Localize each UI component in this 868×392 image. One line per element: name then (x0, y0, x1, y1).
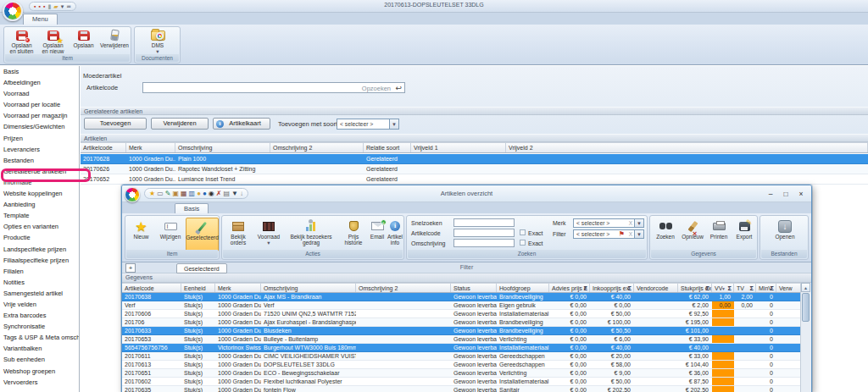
app-logo-orb-button[interactable] (3, 1, 23, 21)
table-cell[interactable]: € 202,50 (590, 386, 634, 392)
table-cell[interactable]: Brandbeveiliging (497, 318, 549, 326)
table-cell[interactable] (634, 301, 678, 309)
voorraad-button[interactable]: Voorraad ▾ (254, 218, 283, 251)
column-header[interactable]: Inkoopprijs exΣ (590, 284, 634, 292)
sidebar-item[interactable]: Variantbalken (0, 343, 79, 354)
table-cell[interactable]: Ajax Eurohaspel - Brandslanghaspel (261, 318, 356, 326)
table-cell[interactable]: 0 (756, 378, 776, 385)
sidebar-item[interactable]: Notities (0, 277, 79, 288)
chevron-down-icon[interactable]: ▼ (634, 230, 643, 238)
table-cell[interactable]: ECO - Bewegingsschakelaar (261, 369, 356, 377)
sidebar-item[interactable]: Webshop groepen (0, 366, 79, 377)
filter-select-combo[interactable]: < selecteer > ⚑ X ▼ (573, 229, 644, 239)
table-cell[interactable]: Ajax MS - Brandkraan (261, 293, 356, 301)
clear-filter-icon[interactable]: X (629, 231, 632, 237)
minimize-button[interactable]: – (764, 188, 777, 199)
table-cell[interactable] (634, 344, 678, 351)
sidebar-item[interactable]: Filiaalspecifieke prijzen (0, 255, 79, 266)
table-cell[interactable]: € 0,00 (549, 378, 590, 385)
table-cell[interactable]: € 50,00 (590, 378, 634, 385)
table-cell[interactable]: Victorinox Swiss.. (215, 344, 261, 351)
scrollbar-thumb[interactable] (802, 293, 810, 322)
table-row[interactable]: VerfStuk(s)1000 Graden Du..VerfGewoon le… (122, 301, 801, 310)
table-cell[interactable]: € 58,00 (590, 361, 634, 368)
table-cell[interactable]: Gerelateerd (364, 154, 411, 163)
column-header[interactable]: Omschrijving 2 (356, 284, 451, 292)
table-cell[interactable]: € 0,00 (549, 352, 590, 360)
table-cell[interactable]: Installatiemateriaal (497, 378, 549, 385)
table-row[interactable]: 20170611Stuk(s)1000 Graden Du..CIMC VEIL… (122, 352, 801, 361)
table-cell[interactable]: Stuk(s) (181, 361, 215, 368)
table-cell[interactable]: € 0,00 (590, 301, 634, 309)
maximize-button[interactable]: □ (779, 188, 793, 199)
table-cell[interactable] (712, 369, 734, 377)
table-cell[interactable]: CIMC VEILIGHEIDSHAMER VUIST.. (261, 352, 356, 360)
sum-sigma-icon[interactable]: Σ (749, 285, 754, 292)
scroll-up-icon[interactable]: ▲ (801, 283, 810, 292)
table-cell[interactable]: 1000 Graden Du.. (126, 154, 175, 163)
table-cell[interactable]: € 0,00 (549, 335, 590, 343)
table-cell[interactable] (356, 327, 451, 334)
table-cell[interactable]: Gewoon leverba.. (451, 293, 497, 301)
sidebar-item[interactable]: Afbeeldingen (0, 77, 79, 88)
table-cell[interactable]: Sanitair (497, 386, 549, 392)
clear-merk-icon[interactable]: X (629, 220, 632, 226)
sidebar-item[interactable]: Dimensies/Gewichten (0, 121, 79, 132)
table-cell[interactable]: Verf (261, 301, 356, 309)
table-cell[interactable] (356, 293, 451, 301)
table-cell[interactable] (634, 352, 678, 360)
table-row[interactable]: 20170653Stuk(s)1000 Graden Du..Bulleye -… (122, 335, 801, 344)
table-cell[interactable]: 1000 Graden Du.. (215, 378, 261, 385)
email-button[interactable]: + Email (368, 218, 387, 251)
popup-omschrijving-input[interactable] (453, 239, 515, 247)
table-cell[interactable]: Stuk(s) (181, 344, 215, 351)
tab-menu[interactable]: Menu (23, 14, 58, 25)
table-cell[interactable]: 1000 Graden Du.. (215, 386, 261, 392)
column-header[interactable]: TVΣ (734, 284, 756, 292)
table-cell[interactable]: 20170638 (122, 293, 181, 301)
table-cell[interactable]: 20170653 (122, 335, 181, 343)
close-button[interactable]: × (794, 188, 808, 199)
table-cell[interactable] (356, 352, 451, 360)
lookup-arrow-icon[interactable]: ↩ (395, 84, 402, 92)
table-cell[interactable]: 1000 Graden Du.. (126, 164, 175, 174)
table-cell[interactable] (712, 318, 734, 326)
table-cell[interactable]: € 33,00 (678, 352, 712, 360)
table-cell[interactable]: € 2,00 (678, 301, 712, 309)
table-cell[interactable] (776, 293, 801, 301)
table-cell[interactable]: DOPSLEUTELSET 33DLG (261, 361, 356, 368)
table-cell[interactable]: Gewoon leverba.. (451, 301, 497, 309)
opslaan-button[interactable]: Opslaan (70, 29, 97, 55)
table-cell[interactable]: € 40,00 (590, 293, 634, 301)
table-cell[interactable]: Gewoon leverba.. (451, 386, 497, 392)
column-header[interactable]: Vrijveld 2 (506, 143, 868, 152)
table-cell[interactable]: € 0,00 (549, 369, 590, 377)
sidebar-item[interactable]: Voorraad (0, 88, 79, 99)
table-cell[interactable] (634, 327, 678, 334)
sidebar-item[interactable]: Template (0, 210, 79, 221)
tab-basis[interactable]: Basis (175, 203, 209, 213)
table-cell[interactable]: € 0,00 (549, 361, 590, 368)
table-cell[interactable] (712, 310, 734, 317)
table-cell[interactable]: € 0,00 (549, 386, 590, 392)
table-cell[interactable] (356, 344, 451, 351)
verwijderen-button[interactable]: Verwijderen (98, 29, 131, 55)
table-cell[interactable]: 20170602 (122, 378, 181, 385)
openen-button[interactable]: ↓ Openen (768, 218, 802, 251)
table-cell[interactable]: € 50,50 (590, 327, 634, 334)
table-row[interactable]: 20170602Stuk(s)1000 Graden Du..Flexibel … (122, 378, 801, 386)
sidebar-item[interactable]: Prijzen (0, 133, 79, 144)
table-cell[interactable]: € 9,00 (590, 369, 634, 377)
table-cell[interactable]: 0 (756, 293, 776, 301)
table-cell[interactable]: 0 (756, 327, 776, 334)
sidebar-item[interactable]: Website koppelingen (0, 188, 79, 199)
table-cell[interactable]: Plain 1000 (175, 154, 270, 163)
table-cell[interactable] (712, 344, 734, 351)
table-cell[interactable]: 0 (756, 310, 776, 317)
table-cell[interactable]: € 0,00 (549, 318, 590, 326)
table-cell[interactable]: 20170652 (81, 174, 126, 184)
column-header[interactable]: Artikelcode (122, 284, 181, 292)
table-cell[interactable]: Gereedschappen (497, 352, 549, 360)
table-cell[interactable]: Gewoon leverba.. (451, 335, 497, 343)
table-cell[interactable]: 0,00 (734, 301, 756, 309)
